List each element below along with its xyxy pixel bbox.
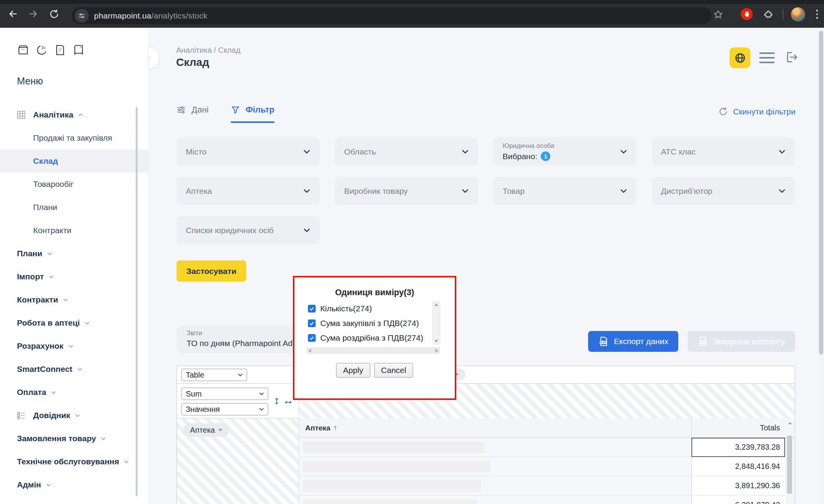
popup-vertical-scrollbar[interactable] [432,301,440,344]
chevron-up-icon [78,113,83,117]
filter-legal-entity[interactable]: Юридична особа Вибрано: 1 [493,138,636,166]
table-scrollbar-top[interactable] [785,418,795,438]
sidebar-item-plans-sub[interactable]: Плани [0,196,148,219]
site-info-icon[interactable] [75,9,89,23]
pharmacy-name-cell [299,438,691,457]
move-vertical-icon[interactable] [272,396,281,406]
bookmark-star-icon[interactable] [712,8,724,20]
column-header-label: Аптека [305,424,330,432]
sidebar-item-plans[interactable]: Плани [0,242,148,265]
triangle-down-icon [219,429,222,431]
filter-city[interactable]: Місто [177,138,320,166]
sidebar-collapse-button[interactable] [149,47,159,69]
reset-filters-button[interactable]: Скинути фільтри [718,106,795,117]
logout-icon[interactable] [785,50,799,65]
total-cell[interactable]: 6,291,879.42 [691,496,785,504]
sidebar-scrollbar[interactable] [136,107,138,496]
address-bar[interactable]: pharmapoint.ua/analytics/stock [72,7,711,24]
tab-filter[interactable]: Фільтр [231,105,274,123]
sidebar-item-sales-purchases[interactable]: Продажі та закупівля [0,126,148,150]
filter-manufacturer[interactable]: Виробник товару [335,177,478,205]
sidebar-item-pharmacy-work[interactable]: Робота в аптеці [0,311,148,334]
filter-legal-entity-lists[interactable]: Списки юридичних осіб [177,216,320,244]
sidebar-item-maintenance[interactable]: Технічне обслуговування [0,450,148,473]
box-icon[interactable] [17,44,29,56]
aggregator-select[interactable]: Sum [182,388,268,400]
scroll-up-icon[interactable] [434,303,438,306]
chevron-down-icon [77,368,82,371]
sidebar-item-import[interactable]: Імпорт [0,265,148,288]
total-cell[interactable]: 3,891,290.36 [691,476,785,496]
row-attribute-pill[interactable]: Аптека [183,423,229,437]
sidebar-item-directory[interactable]: Довідник [0,404,148,427]
chevron-down-icon [84,321,90,325]
export-summary-button[interactable]: XLSX Зведення експорту [688,331,795,352]
sidebar-item-product-orders[interactable]: Замовлення товару [0,427,148,450]
sidebar-item-turnover[interactable]: Товарообіг [0,173,148,196]
page-scrollbar-thumb[interactable] [819,31,823,354]
sidebar-item-smartconnect[interactable]: SmartConnect [0,358,148,381]
apply-button[interactable]: Apply [336,363,370,378]
sidebar-item-contracts-sub[interactable]: Контракти [0,219,148,242]
chevron-down-icon [238,373,243,376]
total-cell[interactable]: 2,848,416.94 [691,457,785,476]
move-horizontal-icon[interactable] [283,398,293,407]
sidebar-item-analytics[interactable]: Аналітика [0,103,148,126]
sidebar-item-payment[interactable]: Оплата [0,381,148,404]
export-data-button[interactable]: XLSX Експорт даних [588,331,678,352]
sidebar-item-calculation[interactable]: Розрахунок [0,334,148,358]
table-scrollbar-track[interactable] [785,496,795,504]
chevron-down-icon [620,189,627,193]
checkbox-checked[interactable] [308,334,316,342]
scroll-left-icon[interactable] [308,349,311,353]
scroll-down-icon[interactable] [434,340,438,343]
chevron-down-icon [47,252,52,255]
extensions-icon[interactable] [762,8,774,20]
sidebar-item-stock[interactable]: Склад [0,150,148,173]
checkbox-checked[interactable] [308,305,316,312]
menu-toggle-icon[interactable] [759,52,775,63]
filter-distributor[interactable]: Дистриб'ютор [652,177,795,205]
filter-atc-class[interactable]: АТС клас [652,138,795,166]
check-icon [309,335,314,341]
popup-horizontal-scrollbar[interactable] [306,347,440,354]
filter-region[interactable]: Область [335,138,478,166]
sidebar-item-admin[interactable]: Адмін [0,473,148,496]
apply-filters-button[interactable]: Застосувати [177,260,246,282]
browser-chrome: pharmapoint.ua/analytics/stock [0,0,824,28]
table-scrollbar-thumb[interactable] [787,436,792,494]
measure-option[interactable]: Кількість(274) [308,301,423,316]
value-field-select[interactable]: Значення [182,403,268,415]
sidebar-item-contracts[interactable]: Контракти [0,288,148,311]
total-cell[interactable]: 3,239,783.28 [691,438,785,457]
measure-option-label: Кількість(274) [320,304,372,313]
filter-product[interactable]: Товар [493,177,636,205]
measure-option[interactable]: Сума закупівлі з ПДВ(274) [308,316,423,331]
pivot-result-table: Аптека Totals 3,239,783.28 2,848,416.94 … [299,418,795,504]
filter-label: Місто [186,147,303,156]
pie-chart-icon[interactable] [35,44,48,56]
page-scrollbar[interactable] [818,28,824,504]
column-header-pharmacy[interactable]: Аптека [299,418,691,438]
back-icon[interactable] [7,8,19,20]
tab-data[interactable]: Дані [176,105,209,123]
redacted-text [303,442,484,453]
checkbox-checked[interactable] [308,319,316,327]
browser-menu-icon[interactable] [813,8,821,20]
check-icon [309,321,314,326]
main-content: Аналітика / Склад Склад Дані Фільтр Скин… [149,28,824,504]
measure-option[interactable]: Сума роздрібна з ПДВ(274) [308,331,423,345]
profile-avatar[interactable] [791,7,805,22]
reload-icon[interactable] [48,8,60,20]
filter-pharmacy[interactable]: Аптека [177,177,320,205]
refresh-icon [718,106,728,117]
cancel-button[interactable]: Cancel [374,363,413,378]
renderer-select[interactable]: Table [182,369,247,381]
scroll-right-icon[interactable] [436,349,438,353]
document-icon[interactable] [54,44,66,56]
language-button[interactable] [730,47,750,68]
book-icon[interactable] [72,44,85,56]
filters-grid: Місто Область Юридична особа Вибрано: 1 … [177,138,795,244]
forward-icon[interactable] [27,8,39,20]
adblock-extension-icon[interactable] [741,8,753,20]
